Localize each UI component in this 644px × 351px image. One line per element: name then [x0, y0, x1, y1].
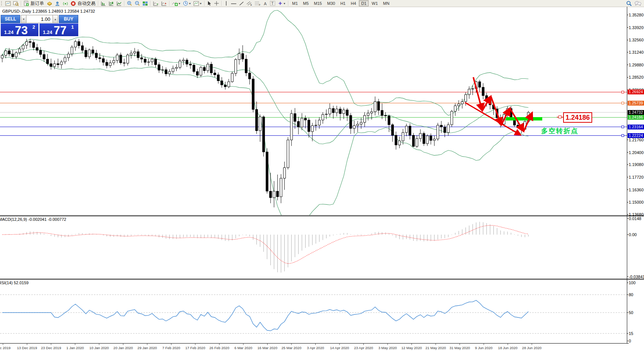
macd-indicator: [2, 222, 528, 273]
date-label: 18 Jun 2020: [498, 346, 517, 350]
price-tick: 1.16360: [629, 188, 644, 192]
turning-point-label: 多空转折点: [541, 126, 578, 135]
sell-price-sup: 2: [32, 24, 35, 30]
rsi-axis-tick: 50: [629, 310, 644, 315]
bollinger-bands: [2, 10, 528, 223]
mt4-window: 新订单 自动交易: [0, 0, 644, 351]
price-tick: 1.21760: [629, 138, 644, 142]
date-label: 6 Mar 2020: [234, 346, 252, 350]
date-label: 28 Jun 2020: [522, 346, 542, 350]
date-label: 10 Jan 2020: [89, 346, 109, 350]
price-tick: 1.33920: [629, 25, 644, 30]
date-label: 3 Apr 2020: [307, 346, 324, 350]
highlight-bar: [506, 117, 542, 120]
date-label: 31 May 2020: [449, 346, 470, 350]
volume-input[interactable]: 1.00: [26, 15, 53, 23]
price-tick: 1.20400: [629, 150, 644, 155]
buy-button[interactable]: BUY: [59, 15, 78, 23]
sell-price-big: 73: [15, 25, 28, 36]
level-marker: [622, 134, 624, 137]
rsi-axis-tick: 15: [629, 331, 644, 336]
volume-decrease-button[interactable]: ▼: [21, 15, 26, 23]
price-tick: 1.35280: [629, 13, 644, 17]
date-label: 16 Mar 2020: [258, 346, 277, 350]
one-click-trading-panel: SELL ▼ 1.00 ▲ BUY 1.24 73 2 1.24 77 1: [1, 15, 78, 37]
date-label: 13 Dec 2019: [17, 346, 37, 350]
macd-axis-tick: -0.038415: [629, 275, 644, 279]
date-label: 9 Jun 2020: [475, 346, 492, 350]
price-tag: 1.25739: [628, 101, 644, 106]
sell-price-panel[interactable]: 1.24 73 2: [1, 23, 38, 36]
level-marker: [622, 126, 624, 128]
date-label: 1 Jan 2020: [66, 346, 84, 350]
date-label: 17 Feb 2020: [185, 346, 205, 350]
date-label: 14 Apr 2020: [330, 346, 349, 350]
date-label: 23 Apr 2020: [354, 346, 373, 350]
chart-title: GBPUSD-,Daily 1.23865 1.24893 1.23584 1.…: [2, 9, 95, 13]
price-tag: 1.24732: [628, 110, 644, 115]
price-tick: 1.29880: [629, 63, 644, 67]
price-tick: 1.28520: [629, 75, 644, 79]
price-tag: 1.23164: [628, 125, 644, 129]
rsi-axis-tick: 100: [629, 281, 644, 285]
buy-price-panel[interactable]: 1.24 77 1: [40, 23, 78, 36]
chart-canvas[interactable]: [0, 0, 644, 351]
price-tick: 1.32560: [629, 38, 644, 42]
date-label: 21 May 2020: [426, 346, 446, 350]
volume-increase-button[interactable]: ▲: [53, 15, 58, 23]
rsi-indicator: [0, 295, 627, 333]
date-label: 25 Mar 2020: [281, 346, 301, 350]
sell-price-small: 1.24: [4, 29, 13, 35]
price-tag: 1.24186: [628, 115, 644, 120]
date-label: 23 Dec 2019: [41, 346, 61, 350]
date-label: 12 May 2020: [401, 346, 422, 350]
date-label: 29 Jan 2020: [138, 346, 157, 350]
buy-price-sup: 1: [71, 24, 74, 30]
rsi-axis-tick: 80: [629, 292, 644, 297]
price-tick: 1.15000: [629, 200, 644, 204]
date-label: 26 Feb 2020: [209, 346, 229, 350]
price-tick: 1.31240: [629, 50, 644, 54]
volume-stepper: ▼ 1.00 ▲: [21, 15, 58, 23]
candles: [1, 39, 530, 207]
sell-button[interactable]: SELL: [1, 15, 20, 23]
macd-axis-tick: 0.00: [629, 232, 644, 237]
price-tick: 1.19080: [629, 162, 644, 167]
date-label: 7 Feb 2020: [162, 346, 180, 350]
buy-price-small: 1.24: [43, 29, 52, 35]
buy-price-big: 77: [54, 25, 66, 36]
price-callout[interactable]: 1.24186: [563, 112, 592, 123]
date-label: 20 Jan 2020: [113, 346, 133, 350]
date-label: 3 May 2020: [378, 346, 397, 350]
price-tick: 1.17720: [629, 175, 644, 179]
level-marker: [622, 91, 624, 93]
macd-axis-tick: 0.0148: [629, 216, 644, 221]
price-tag: 1.22224: [628, 133, 644, 138]
rsi-axis-tick: 0: [629, 339, 644, 343]
callout-anchor: [559, 116, 561, 118]
macd-label: MACD(12,26,9) -0.002041 -0.000772: [0, 217, 66, 222]
rsi-label: RSI(14) 52.0159: [0, 281, 29, 285]
price-tag: 1.26924: [628, 90, 644, 94]
date-label: Dec 2019: [0, 346, 10, 350]
level-marker: [622, 102, 624, 104]
